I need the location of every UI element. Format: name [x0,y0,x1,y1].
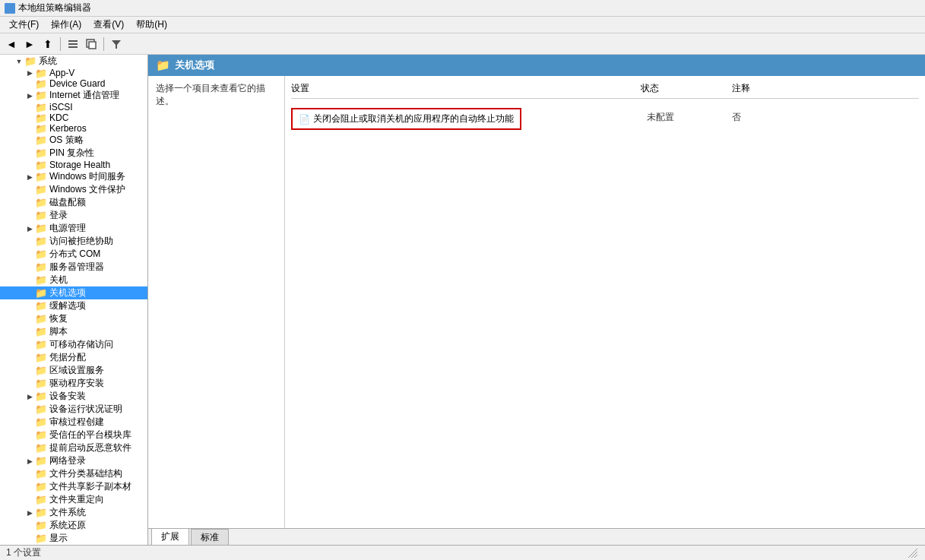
toolbar-up[interactable]: ⬆ [40,36,56,52]
folder-icon-shutdown: 📁 [35,275,47,286]
svg-marker-5 [112,40,121,49]
tree-node-auditproc[interactable]: ▶ 📁 审核过程创建 [0,416,147,429]
policy-icon-0: 📄 [299,114,310,125]
toolbar-show-hide[interactable] [65,36,81,52]
tree-expand-appv[interactable]: ▶ [24,68,35,78]
tab-standard[interactable]: 标准 [191,529,229,546]
tree-expand-filesystem[interactable]: ▶ [24,508,35,518]
tree-label-shutdown-opts: 关机选项 [49,286,86,299]
tree-node-appv[interactable]: ▶ 📁 App-V [0,68,147,78]
tree-label-diskquota: 磁盘配额 [49,196,86,209]
toolbar: ◄ ► ⬆ [0,33,925,55]
policy-item-0[interactable]: 📄 关闭会阻止或取消关机的应用程序的自动终止功能 [291,108,521,130]
policy-text-0: 关闭会阻止或取消关机的应用程序的自动终止功能 [313,112,514,125]
tree-label-devinstall: 设备安装 [49,390,86,403]
folder-icon-folderredir: 📁 [35,495,47,505]
tree-node-folderredir[interactable]: ▶ 📁 文件夹重定向 [0,493,147,506]
tree-expand-netlogon[interactable]: ▶ [24,456,35,467]
tree-label-netlogon: 网络登录 [49,454,86,467]
tree-label-locale: 区域设置服务 [49,364,104,377]
tree-expand-system[interactable]: ▼ [14,56,24,67]
tree-node-removable[interactable]: ▶ 📁 可移动存储访问 [0,338,147,351]
folder-icon-system: 📁 [24,56,36,67]
svg-rect-0 [68,40,78,42]
tree-node-devcert[interactable]: ▶ 📁 设备运行状况证明 [0,403,147,416]
tree-node-wtime[interactable]: ▶ 📁 Windows 时间服务 [0,170,147,183]
tree-node-iscsi[interactable]: ▶ 📁 iSCSI [0,102,147,112]
toolbar-new-window[interactable] [83,36,100,52]
toolbar-back[interactable]: ◄ [3,36,20,52]
resize-grip[interactable] [907,547,919,559]
folder-icon-display: 📁 [35,533,47,544]
tree-label-filesys: 文件分类基础结构 [49,467,122,480]
tree-label-fileshare: 文件共享影子副本材 [49,480,131,493]
tree-label-script: 脚本 [49,325,68,338]
menu-view[interactable]: 查看(V) [87,17,130,33]
folder-icon-fileshare: 📁 [35,482,47,492]
policy-row-0: 📄 关闭会阻止或取消关机的应用程序的自动终止功能 未配置 否 [291,105,919,130]
svg-rect-2 [68,46,78,48]
tree-node-diskquota[interactable]: ▶ 📁 磁盘配额 [0,196,147,209]
tree-label-system: 系统 [39,55,57,68]
menu-action[interactable]: 操作(A) [45,17,87,33]
tree-node-earlylaunch[interactable]: ▶ 📁 提前启动反恶意软件 [0,441,147,454]
tree-node-kerberos[interactable]: ▶ 📁 Kerberos [0,123,147,134]
tree-node-deviceguard[interactable]: ▶ 📁 Device Guard [0,78,147,89]
folder-icon-internet: 📁 [35,90,47,101]
tree-label-power: 电源管理 [49,222,86,235]
tree-label-devcert: 设备运行状况证明 [49,403,122,416]
tab-expand[interactable]: 扩展 [151,528,189,545]
tree-node-filesys[interactable]: ▶ 📁 文件分类基础结构 [0,467,147,480]
tree-node-internet[interactable]: ▶ 📁 Internet 通信管理 [0,89,147,102]
tree-expand-wtime[interactable]: ▶ [24,172,35,182]
tree-label-deviceguard: Device Guard [49,78,105,89]
folder-icon-access: 📁 [35,236,47,247]
tree-node-recover[interactable]: ▶ 📁 恢复 [0,312,147,325]
tree-node-distcom[interactable]: ▶ 📁 分布式 COM [0,248,147,261]
tree-node-shutdown-opts[interactable]: ▶ 📁 关机选项 [0,286,147,299]
tree-node-mitigation[interactable]: ▶ 📁 缓解选项 [0,299,147,312]
tree-node-pin[interactable]: ▶ 📁 PIN 复杂性 [0,147,147,160]
tree-label-filesystem: 文件系统 [49,506,86,519]
svg-line-7 [911,552,917,558]
tree-node-login[interactable]: ▶ 📁 登录 [0,209,147,222]
toolbar-forward[interactable]: ► [21,36,38,52]
tree-label-internet: Internet 通信管理 [49,89,119,102]
tree-node-storage[interactable]: ▶ 📁 Storage Health [0,160,147,170]
tree-node-netlogon[interactable]: ▶ 📁 网络登录 [0,454,147,467]
tree-expand-power[interactable]: ▶ [24,223,35,234]
folder-icon-credentials: 📁 [35,353,47,363]
tree-node-system[interactable]: ▼ 📁 系统 [0,55,147,68]
tree-expand-internet[interactable]: ▶ [24,90,35,101]
tree-node-script[interactable]: ▶ 📁 脚本 [0,325,147,338]
tree-node-driverinstall[interactable]: ▶ 📁 驱动程序安装 [0,377,147,390]
tree-node-fileshare[interactable]: ▶ 📁 文件共享影子副本材 [0,480,147,493]
tree-label-sysrestore: 系统还原 [49,519,86,532]
tree-node-display[interactable]: ▶ 📁 显示 [0,532,147,545]
tree-node-os[interactable]: ▶ 📁 OS 策略 [0,134,147,147]
folder-icon-wtime: 📁 [35,172,47,182]
tree-node-devinstall[interactable]: ▶ 📁 设备安装 [0,390,147,403]
tree-node-power[interactable]: ▶ 📁 电源管理 [0,222,147,235]
main-layout: ▼ 📁 系统 ▶ 📁 App-V ▶ 📁 Device Guard ▶ 📁 In… [0,55,925,545]
tree-node-access[interactable]: ▶ 📁 访问被拒绝协助 [0,235,147,248]
tree-node-kdc[interactable]: ▶ 📁 KDC [0,112,147,123]
tree-node-servermgr[interactable]: ▶ 📁 服务器管理器 [0,261,147,274]
menu-help[interactable]: 帮助(H) [130,17,173,33]
folder-icon-appv: 📁 [35,68,47,78]
svg-line-8 [914,555,917,558]
col-header-status: 状态 [641,82,732,95]
tree-expand-devinstall[interactable]: ▶ [24,391,35,402]
tree-node-credentials[interactable]: ▶ 📁 凭据分配 [0,351,147,364]
svg-rect-1 [68,43,78,45]
tree-node-shutdown[interactable]: ▶ 📁 关机 [0,274,147,286]
tree-node-wprotect[interactable]: ▶ 📁 Windows 文件保护 [0,183,147,196]
tree-node-trustedplatform[interactable]: ▶ 📁 受信任的平台模块库 [0,429,147,441]
tree-node-filesystem[interactable]: ▶ 📁 文件系统 [0,506,147,519]
tree-node-locale[interactable]: ▶ 📁 区域设置服务 [0,364,147,377]
tree-label-pin: PIN 复杂性 [49,147,94,160]
tree-node-sysrestore[interactable]: ▶ 📁 系统还原 [0,519,147,532]
menu-file[interactable]: 文件(F) [3,17,45,33]
tree-label-auditproc: 审核过程创建 [49,416,104,429]
toolbar-filter[interactable] [108,36,125,52]
